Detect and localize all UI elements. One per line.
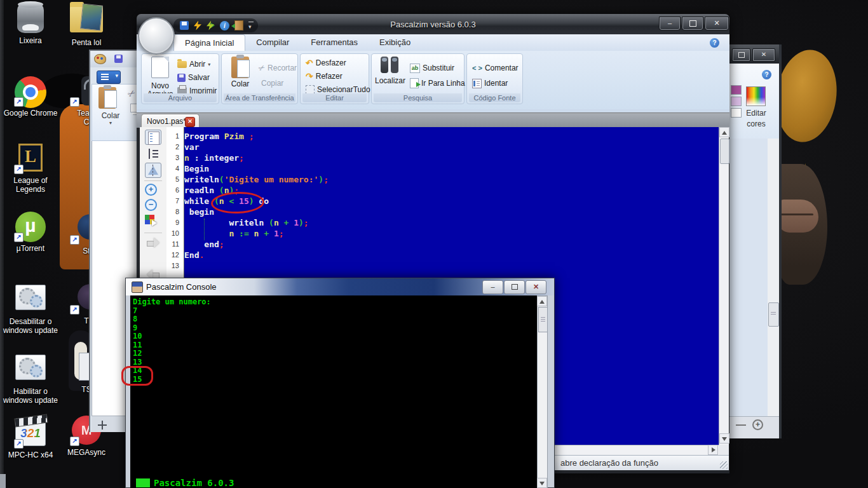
console-scrollbar[interactable] <box>537 295 548 488</box>
desktop-icon-label: League of Legends <box>1 176 60 194</box>
about-icon[interactable]: i <box>220 21 229 30</box>
colors-icon[interactable] <box>145 215 161 230</box>
code-line: n : integer; <box>184 152 719 163</box>
save-file-icon <box>177 74 186 82</box>
ribbon-tab-compilar[interactable]: Compilar <box>245 34 300 51</box>
paint-vertical-scrollbar[interactable] <box>768 139 779 416</box>
code-line <box>184 261 719 271</box>
console-maximize-button[interactable] <box>504 280 525 294</box>
document-tab[interactable]: Novo1.pas* ✕ <box>141 114 200 128</box>
console-output-line: 7 <box>133 307 537 316</box>
paint-paste-button[interactable]: Colar <box>92 111 129 126</box>
editor-scrollbar-thumb[interactable] <box>720 139 729 164</box>
run-button[interactable] <box>207 21 215 30</box>
maximize-button[interactable] <box>682 17 703 30</box>
qat-more-icon[interactable]: ▾ <box>248 22 252 30</box>
recycle-bin-icon <box>14 4 47 34</box>
exit-icon[interactable] <box>234 20 243 30</box>
ribbon: NovoArquivo Abrir▾ Salvar Imprimir Arqui… <box>137 51 729 109</box>
indent-button[interactable]: Identar <box>472 78 508 88</box>
desktop-icon-habilitar-windows-update[interactable]: Habilitar o windows update <box>1 351 60 405</box>
resize-grip[interactable] <box>720 461 728 469</box>
save-button[interactable]: Salvar <box>177 72 210 83</box>
zoom-out-icon[interactable] <box>736 424 746 426</box>
redo-arrow-icon[interactable] <box>145 235 161 250</box>
paste-clipboard-icon[interactable] <box>98 87 116 109</box>
indent-icon <box>472 79 482 88</box>
code-line: n := n + 1; <box>184 228 719 239</box>
desktop-icon-league-of-legends[interactable]: ↗League of Legends <box>1 143 60 194</box>
find-button[interactable]: Localizar <box>373 57 407 85</box>
zoom-out-icon[interactable]: − <box>145 199 161 214</box>
paint-save-icon[interactable] <box>114 55 123 63</box>
ribbon-group-codigo-fonte: < >Comentar Identar Código Fonte <box>466 53 523 104</box>
group-label-arquivo: Arquivo <box>144 93 217 102</box>
zoom-in-icon[interactable]: + <box>145 184 161 199</box>
line-numbers-icon[interactable] <box>145 130 161 145</box>
console-scrollbar-thumb[interactable] <box>538 307 548 332</box>
paint-window-right-fragment[interactable]: ✕ ? Editar cores + <box>729 44 782 438</box>
group-label-pesquisa: Pesquisa <box>374 93 462 102</box>
paste-button[interactable]: Colar <box>223 57 257 88</box>
copy-button[interactable]: Copiar <box>261 78 283 88</box>
desktop-icon-label: Google Chrome <box>1 109 60 118</box>
goto-line-button[interactable]: Ir Para Linha <box>410 78 465 88</box>
open-button[interactable]: Abrir▾ <box>177 59 210 69</box>
flip-triangle-icon[interactable] <box>145 163 161 178</box>
paint-scrollbar-thumb[interactable] <box>768 302 779 327</box>
console-output-line: 8 <box>133 315 537 324</box>
desktop-icon-mpc-hc-x64[interactable]: ↗MPC-HC x64 <box>1 417 60 459</box>
close-button[interactable]: ✕ <box>705 17 729 30</box>
color-swatch-purple[interactable] <box>731 85 742 95</box>
color-swatch-light-purple[interactable] <box>731 97 742 106</box>
paint-close-button[interactable]: ✕ <box>752 48 775 62</box>
scroll-up-icon[interactable] <box>719 127 729 137</box>
paint-help-icon[interactable]: ? <box>762 70 771 79</box>
ribbon-tab-exibição[interactable]: Exibição <box>369 34 421 51</box>
shortcut-arrow-icon: ↗ <box>14 97 24 107</box>
desktop-icon-desabilitar-windows-update[interactable]: Desabilitar o windows update <box>1 281 60 335</box>
comment-icon: < > <box>472 64 482 72</box>
desktop-icon-utorrent[interactable]: ↗µTorrent <box>1 212 60 253</box>
editor-vertical-scrollbar[interactable] <box>719 127 729 445</box>
scrollbar-corner <box>719 445 729 455</box>
indent-list-icon[interactable] <box>145 146 161 161</box>
zoom-in-icon[interactable]: + <box>752 419 763 430</box>
cut-button[interactable]: ✂Recortar <box>259 63 297 73</box>
undo-button[interactable]: ↶Desfazer <box>306 58 346 68</box>
paint-app-menu-button[interactable] <box>97 71 121 84</box>
scroll-down-icon[interactable] <box>719 433 729 444</box>
comment-button[interactable]: < >Comentar <box>472 63 519 73</box>
redo-button[interactable]: ↷Refazer <box>306 71 342 81</box>
ribbon-tab-ferramentas[interactable]: Ferramentas <box>300 34 369 51</box>
console-scroll-up-icon[interactable] <box>537 296 547 306</box>
desktop-icon-penta-lol[interactable]: Penta lol <box>57 4 116 47</box>
desktop-icon-label: Lixeira <box>1 36 60 45</box>
scissors-icon[interactable]: ✂ <box>125 87 137 100</box>
save-icon[interactable] <box>180 21 189 30</box>
new-file-button[interactable]: NovoArquivo <box>143 57 177 98</box>
desktop-icon-google-chrome[interactable]: ↗Google Chrome <box>1 76 60 118</box>
desktop-icon-lixeira[interactable]: Lixeira <box>1 4 60 45</box>
gears-icon <box>14 355 47 385</box>
compile-icon[interactable] <box>194 21 201 30</box>
new-file-icon <box>151 57 169 78</box>
console-close-button[interactable]: ✕ <box>526 280 546 294</box>
scroll-right-icon[interactable] <box>708 445 718 455</box>
line-number: 8 <box>166 207 184 217</box>
open-dropdown-icon[interactable]: ▾ <box>208 62 210 67</box>
minimize-button[interactable]: – <box>659 17 681 30</box>
console-minimize-button[interactable]: – <box>482 280 503 294</box>
paint-status-bar: + <box>729 416 779 438</box>
console-output[interactable]: Pascalzim 6.0.3 Digite um numero:7891011… <box>130 295 537 488</box>
help-icon[interactable]: ? <box>710 38 719 48</box>
tab-close-icon[interactable]: ✕ <box>185 117 195 127</box>
console-title-bar[interactable]: Pascalzim Console – ✕ <box>126 278 554 295</box>
edit-colors-icon[interactable] <box>746 86 766 106</box>
ribbon-tab-página-inicial[interactable]: Página Inicial <box>173 34 245 51</box>
application-orb-button[interactable] <box>138 17 175 55</box>
replace-button[interactable]: abSubstituir <box>410 63 454 73</box>
console-scroll-down-icon[interactable] <box>537 478 547 488</box>
paint-edit-colors-button[interactable]: Editar cores <box>737 108 775 130</box>
paint-maximize-button[interactable] <box>732 48 750 62</box>
